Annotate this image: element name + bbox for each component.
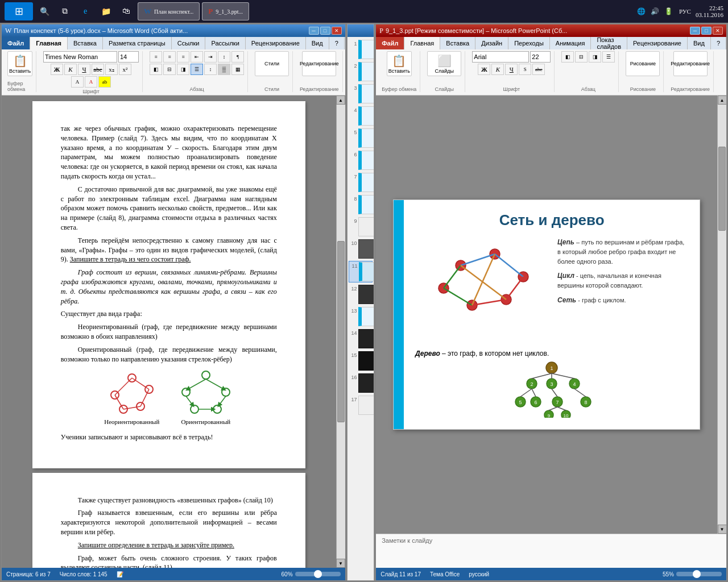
- ppt-align-right-btn[interactable]: ◨: [589, 51, 601, 63]
- word-multilevel-btn[interactable]: ≡: [177, 51, 189, 63]
- slide-thumb-12[interactable]: 12: [349, 284, 373, 305]
- word-subscript-btn[interactable]: x₂: [105, 64, 118, 75]
- word-superscript-btn[interactable]: x²: [119, 64, 131, 75]
- word-font-name-input[interactable]: [43, 51, 117, 63]
- word-scroll-area[interactable]: так же через обычных график, можно охара…: [2, 95, 336, 568]
- ppt-drawing-btn[interactable]: Рисование: [626, 51, 660, 76]
- slide-thumb-2[interactable]: 2: [349, 61, 373, 82]
- word-tab-layout[interactable]: Разметка страницы: [103, 37, 172, 49]
- ppt-taskbar-app[interactable]: P 9_1_3.ppt...: [202, 2, 249, 20]
- slide-preview-4[interactable]: [358, 106, 374, 126]
- slide-preview-7[interactable]: [358, 173, 374, 192]
- slide-preview-11[interactable]: [359, 262, 374, 281]
- ppt-tab-file[interactable]: Файл: [376, 37, 404, 49]
- store-icon[interactable]: 🛍: [117, 2, 135, 20]
- ppt-zoom-slider[interactable]: [676, 572, 722, 576]
- word-zoom-slider[interactable]: [295, 572, 341, 576]
- word-styles-btn[interactable]: Стили: [255, 51, 289, 76]
- slide-thumb-16[interactable]: 16: [349, 373, 373, 393]
- word-bold-btn[interactable]: Ж: [51, 64, 63, 75]
- ppt-tab-review[interactable]: Рецензирование: [627, 37, 688, 49]
- word-tab-file[interactable]: Файл: [2, 37, 30, 49]
- word-shading-btn[interactable]: ▒: [218, 64, 230, 75]
- ppt-align-left-btn[interactable]: ◧: [561, 51, 574, 63]
- slide-thumb-7[interactable]: 7: [349, 172, 373, 193]
- slide-preview-13[interactable]: [358, 307, 374, 326]
- ppt-tab-design[interactable]: Дизайн: [475, 37, 508, 49]
- word-scroll-thumb[interactable]: [337, 241, 345, 423]
- ppt-tab-insert[interactable]: Вставка: [440, 37, 475, 49]
- word-minimize-btn[interactable]: ─: [309, 27, 319, 35]
- word-align-left-btn[interactable]: ◧: [150, 64, 162, 75]
- word-tab-insert[interactable]: Вставка: [68, 37, 103, 49]
- word-tab-refs[interactable]: Ссылки: [172, 37, 206, 49]
- word-increase-indent-btn[interactable]: ⇥: [204, 51, 217, 63]
- slide-preview-9[interactable]: [358, 217, 374, 236]
- slide-preview-10[interactable]: [358, 239, 374, 259]
- slide-thumb-17[interactable]: 17: [349, 395, 373, 415]
- ppt-tab-view[interactable]: Вид: [688, 37, 711, 49]
- task-view-icon[interactable]: ⧉: [56, 2, 74, 20]
- word-italic-btn[interactable]: К: [64, 64, 77, 75]
- folder-icon[interactable]: 📁: [97, 2, 115, 20]
- slide-thumb-15[interactable]: 15: [349, 351, 373, 371]
- ppt-strikethrough-btn[interactable]: abc: [532, 64, 545, 75]
- ppt-maximize-btn[interactable]: □: [701, 27, 712, 35]
- ppt-scroll-track[interactable]: [718, 105, 726, 525]
- ppt-scroll-down-btn[interactable]: ▼: [718, 525, 727, 534]
- slide-preview-6[interactable]: [358, 151, 374, 170]
- word-underline-btn[interactable]: Ч: [78, 64, 90, 75]
- word-align-center-btn[interactable]: ⊟: [163, 64, 176, 75]
- word-tab-mail[interactable]: Рассылки: [205, 37, 245, 49]
- ppt-minimize-btn[interactable]: ─: [690, 27, 700, 35]
- ppt-notes-area[interactable]: Заметки к слайду: [376, 534, 726, 568]
- word-numbering-btn[interactable]: ≡: [163, 51, 176, 63]
- word-border-btn[interactable]: ▦: [231, 64, 244, 75]
- word-font-size-input[interactable]: [118, 51, 139, 63]
- word-vertical-scrollbar[interactable]: ▲ ▼: [336, 95, 345, 568]
- ppt-slides-btn[interactable]: ⬜ Слайды: [427, 51, 461, 76]
- word-align-right-btn[interactable]: ◨: [177, 64, 189, 75]
- start-button[interactable]: ⊞: [5, 2, 33, 20]
- word-tab-review[interactable]: Рецензирование: [246, 37, 306, 49]
- word-tab-view[interactable]: Вид: [306, 37, 329, 49]
- word-tab-home[interactable]: Главная: [30, 37, 68, 49]
- word-editing-btn[interactable]: Редактирование: [302, 51, 336, 76]
- ppt-editing-btn[interactable]: Редактирование: [673, 51, 708, 76]
- word-highlight-btn[interactable]: ab: [98, 76, 111, 88]
- ppt-font-name-input[interactable]: [472, 51, 529, 63]
- ppt-tab-transitions[interactable]: Переходы: [508, 37, 550, 49]
- word-paste-btn[interactable]: 📋 Вставить: [7, 51, 32, 76]
- ppt-shadow-btn[interactable]: S: [519, 64, 531, 75]
- word-linespacing-btn[interactable]: ↕: [204, 64, 217, 75]
- ppt-slide-panel-scroll[interactable]: 1 2 3 4 5 6 7: [348, 37, 374, 580]
- slide-preview-8[interactable]: [358, 195, 374, 214]
- slide-preview-2[interactable]: [358, 62, 374, 81]
- edge-icon[interactable]: e: [76, 2, 94, 20]
- word-scroll-down-btn[interactable]: ▼: [336, 559, 345, 568]
- ppt-tab-slideshow[interactable]: Показ слайдов: [591, 37, 627, 49]
- word-close-btn[interactable]: ✕: [332, 27, 342, 35]
- ppt-tab-home[interactable]: Главная: [404, 37, 440, 49]
- word-texteffect-btn[interactable]: A: [71, 76, 84, 88]
- slide-thumb-1[interactable]: 1: [349, 39, 373, 60]
- slide-thumb-3[interactable]: 3: [349, 84, 373, 104]
- search-icon[interactable]: 🔍: [35, 2, 53, 20]
- slide-thumb-5[interactable]: 5: [349, 128, 373, 148]
- ppt-scroll-up-btn[interactable]: ▲: [718, 95, 727, 105]
- slide-thumb-10[interactable]: 10: [349, 239, 373, 259]
- ppt-paste-btn[interactable]: 📋 Вставить: [387, 51, 412, 76]
- word-scroll-up-btn[interactable]: ▲: [336, 95, 345, 105]
- ppt-close-btn[interactable]: ✕: [713, 27, 723, 35]
- slide-preview-17[interactable]: [358, 396, 374, 415]
- word-textcolor-btn[interactable]: A: [85, 76, 97, 88]
- ppt-underline-btn[interactable]: Ч: [505, 64, 518, 75]
- ppt-italic-btn[interactable]: К: [491, 64, 504, 75]
- word-tab-help[interactable]: ?: [329, 37, 345, 49]
- ppt-tab-animation[interactable]: Анимация: [550, 37, 592, 49]
- word-pilcrow-btn[interactable]: ¶: [231, 51, 244, 63]
- ppt-bold-btn[interactable]: Ж: [478, 64, 490, 75]
- ppt-zoom-thumb[interactable]: [693, 570, 701, 578]
- word-align-justify-btn[interactable]: ☰: [191, 64, 203, 75]
- slide-thumb-13[interactable]: 13: [349, 306, 373, 327]
